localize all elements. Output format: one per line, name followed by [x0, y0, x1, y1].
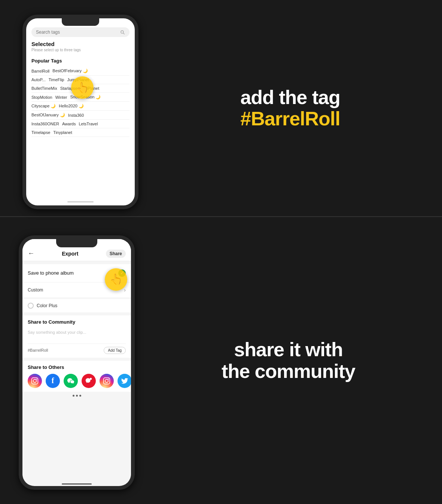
tags-row-7: Insta360ONER Awards LetsTravel [31, 120, 129, 128]
tag-cityscape[interactable]: Cityscape 🌙 [31, 104, 56, 109]
top-phone-screen: Selected Please select up to three tags … [26, 18, 135, 205]
cursor-hand-bottom: 👆 [105, 268, 127, 291]
tag-bullettimemix[interactable]: BulletTimeMix [31, 86, 57, 91]
tags-row-8: Timelapse Tinyplanet [31, 128, 129, 137]
phone-dot-1 [73, 395, 74, 397]
selected-section: Selected Please select up to three tags [26, 41, 135, 55]
color-plus-row[interactable]: Color Plus [22, 299, 131, 312]
tag-timeflip[interactable]: TimeFlip [49, 77, 64, 82]
phone-dots [22, 392, 131, 398]
radio-circle-icon [28, 303, 34, 309]
phone-dot-3 [79, 395, 81, 397]
tag-timelapse[interactable]: Timelapse [31, 130, 50, 135]
popular-tags-title: Popular Tags [31, 58, 129, 64]
svg-rect-0 [32, 378, 38, 384]
share-community-section: Share to Community Say something about y… [22, 315, 131, 358]
phone-dot-2 [76, 395, 78, 397]
top-phone-frame: Selected Please select up to three tags … [22, 15, 138, 209]
weibo-icon[interactable] [82, 374, 96, 388]
svg-rect-4 [104, 378, 110, 384]
tag-letstravel[interactable]: LetsTravel [79, 122, 98, 126]
tags-row-1: BarrelRoll BestOfFebruary 🌙 [31, 67, 129, 76]
wechat-icon[interactable] [64, 374, 78, 388]
custom-label: Custom [28, 287, 43, 293]
bottom-section: ← Export Share Save to phone album ✓ Cus… [0, 217, 442, 504]
tag-insta360oner[interactable]: Insta360ONER [31, 122, 59, 126]
selected-title: Selected [31, 41, 129, 47]
svg-point-1 [33, 379, 36, 382]
svg-point-5 [105, 379, 108, 382]
chevron-right-icon: › [124, 287, 126, 293]
facebook-icon[interactable]: f [46, 374, 60, 388]
cursor-hand-top: 👆 [71, 76, 94, 99]
search-input[interactable] [36, 30, 120, 35]
bottom-promo-line1: share it with [222, 339, 355, 360]
selected-subtitle: Please select up to three tags [31, 48, 129, 52]
twitter-icon[interactable] [118, 374, 131, 388]
tag-bestoffebruary[interactable]: BestOfFebruary 🌙 [52, 68, 88, 73]
nav-title: Export [62, 251, 78, 257]
top-phone-notch [62, 18, 99, 26]
top-promo-text: add the tag #BarrelRoll [240, 87, 340, 129]
barrel-roll-tag[interactable]: #BarrelRoll [28, 348, 48, 352]
instagram-icon[interactable] [28, 374, 42, 388]
top-promo-line1: add the tag [240, 87, 340, 108]
tag-awards[interactable]: Awards [62, 122, 76, 126]
bottom-phone-notch [56, 239, 97, 247]
share-others-title: Share to Others [28, 364, 126, 370]
tag-barrelroll[interactable]: BarrelRoll [31, 69, 49, 73]
share-others-section: Share to Others f [22, 361, 131, 392]
search-bar-container[interactable] [31, 27, 129, 37]
bottom-promo-line2: the community [222, 361, 355, 382]
tag-stopmotion[interactable]: StopMotion [31, 95, 52, 100]
top-section: Selected Please select up to three tags … [0, 0, 442, 217]
top-phone-outer: Selected Please select up to three tags … [22, 15, 138, 209]
home-indicator [62, 483, 92, 485]
share-community-title: Share to Community [28, 319, 126, 325]
svg-point-3 [90, 378, 92, 380]
top-phone-bottom-bar [67, 201, 94, 202]
nav-back-button[interactable]: ← [28, 250, 34, 257]
tags-row-6: BestOfJanuary 🌙 Insta360 [31, 111, 129, 120]
bottom-promo-text: share it with the community [222, 339, 355, 382]
search-icon [120, 30, 125, 35]
bottom-promo-text-area: share it with the community [135, 332, 442, 389]
bottom-phone-frame: ← Export Share Save to phone album ✓ Cus… [19, 235, 135, 490]
tags-bar: #BarrelRoll Add Tag [28, 343, 126, 354]
tag-tinyplanet[interactable]: Tinyplanet [53, 130, 72, 135]
tag-winter[interactable]: Winter [55, 95, 67, 100]
tag-hello2020[interactable]: Hello2020 🌙 [59, 104, 84, 109]
add-tag-button[interactable]: Add Tag [104, 347, 126, 354]
tag-autop[interactable]: AutoP... [31, 77, 46, 82]
tag-insta360[interactable]: Insta360 [68, 113, 84, 117]
social-icons-row: f [28, 374, 126, 388]
bottom-phone-outer: ← Export Share Save to phone album ✓ Cus… [19, 235, 135, 490]
top-promo-line2: #BarrelRoll [240, 108, 340, 129]
instagram2-icon[interactable] [100, 374, 114, 388]
svg-point-2 [36, 379, 37, 380]
nav-share-button[interactable]: Share [106, 250, 126, 258]
color-plus-label: Color Plus [37, 303, 57, 308]
say-something-placeholder[interactable]: Say something about your clip... [28, 328, 126, 342]
tag-bestofjanuary[interactable]: BestOfJanuary 🌙 [31, 113, 65, 117]
svg-point-6 [108, 379, 109, 380]
save-album-label: Save to phone album [28, 270, 74, 276]
top-promo-text-area: add the tag #BarrelRoll [138, 79, 442, 137]
tags-row-5: Cityscape 🌙 Hello2020 🌙 [31, 102, 129, 111]
